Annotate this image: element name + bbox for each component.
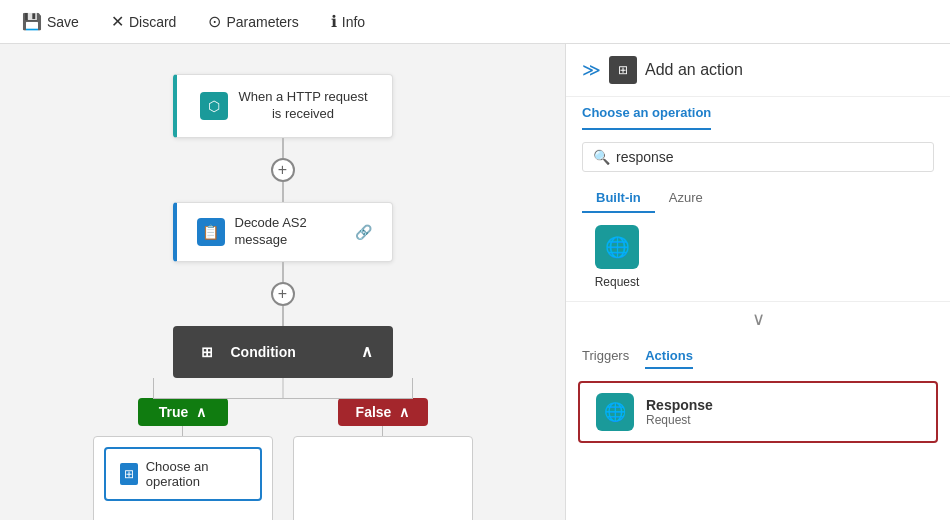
branches-row: True ∧ ⊞ Choose an operation — [93, 398, 473, 520]
condition-node[interactable]: ⊞ Condition ∧ — [173, 326, 393, 378]
decode-link-icon[interactable]: 🔗 — [355, 224, 372, 240]
toolbar: 💾 Save ✕ Discard ⊙ Parameters ℹ Info — [0, 0, 950, 44]
http-node-text: When a HTTP request is received — [238, 89, 367, 123]
info-label: Info — [342, 14, 365, 30]
panel-tab-area: Choose an operation — [566, 97, 950, 130]
filter-tab-azure[interactable]: Azure — [655, 184, 717, 213]
discard-button[interactable]: ✕ Discard — [105, 8, 182, 35]
add-button-1[interactable]: + — [271, 158, 295, 182]
false-branch: False ∧ — [293, 398, 473, 520]
choose-op-text: Choose an operation — [146, 459, 246, 489]
condition-node-text: Condition — [231, 344, 296, 360]
info-button[interactable]: ℹ Info — [325, 8, 371, 35]
save-label: Save — [47, 14, 79, 30]
choose-operation-node[interactable]: ⊞ Choose an operation — [104, 447, 262, 501]
flow-container: ⬡ When a HTTP request is received + 📋 De… — [93, 74, 473, 520]
http-request-node[interactable]: ⬡ When a HTTP request is received — [173, 74, 393, 138]
response-action-sub: Request — [646, 413, 713, 427]
search-input[interactable] — [616, 149, 923, 165]
decode-node[interactable]: 📋 Decode AS2 message 🔗 — [173, 202, 393, 262]
discard-icon: ✕ — [111, 12, 124, 31]
false-branch-header[interactable]: False ∧ — [338, 398, 428, 426]
panel-header: ≫ ⊞ Add an action — [566, 44, 950, 97]
parameters-label: Parameters — [226, 14, 298, 30]
panel-divider[interactable]: ∨ — [566, 301, 950, 336]
false-branch-chevron: ∧ — [399, 404, 409, 420]
parameters-button[interactable]: ⊙ Parameters — [202, 8, 304, 35]
false-branch-body — [293, 436, 473, 520]
discard-label: Discard — [129, 14, 176, 30]
response-action-name: Response — [646, 397, 713, 413]
actions-tab[interactable]: Actions — [645, 344, 693, 369]
filter-tabs: Built-in Azure — [566, 184, 950, 213]
operation-request[interactable]: 🌐 Request — [582, 225, 652, 289]
response-action-icon: 🌐 — [596, 393, 634, 431]
request-op-label: Request — [595, 275, 640, 289]
filter-tab-builtin[interactable]: Built-in — [582, 184, 655, 213]
expand-icon[interactable]: ≫ — [582, 59, 601, 81]
add-button-2[interactable]: + — [271, 282, 295, 306]
true-branch-header[interactable]: True ∧ — [138, 398, 228, 426]
http-node-icon: ⬡ — [200, 92, 228, 120]
search-box: 🔍 — [582, 142, 934, 172]
decode-node-icon: 📋 — [197, 218, 225, 246]
condition-chevron-icon[interactable]: ∧ — [361, 342, 373, 361]
canvas: ⬡ When a HTTP request is received + 📋 De… — [0, 44, 565, 520]
panel-title-text: Add an action — [645, 61, 743, 79]
decode-node-text: Decode AS2 message — [235, 215, 345, 249]
save-icon: 💾 — [22, 12, 42, 31]
response-action-info: Response Request — [646, 397, 713, 427]
choose-op-icon: ⊞ — [120, 463, 138, 485]
parameters-icon: ⊙ — [208, 12, 221, 31]
action-item-response[interactable]: 🌐 Response Request — [578, 381, 938, 443]
connector-1: + — [271, 138, 295, 202]
condition-node-icon: ⊞ — [193, 338, 221, 366]
triggers-tab[interactable]: Triggers — [582, 344, 629, 369]
save-button[interactable]: 💾 Save — [16, 8, 85, 35]
operations-grid: 🌐 Request — [566, 225, 950, 301]
actions-header: Triggers Actions — [566, 336, 950, 377]
true-branch: True ∧ ⊞ Choose an operation — [93, 398, 273, 520]
connector-2: + — [271, 262, 295, 326]
right-panel: ≫ ⊞ Add an action Choose an operation 🔍 … — [565, 44, 950, 520]
true-branch-body: ⊞ Choose an operation — [93, 436, 273, 520]
choose-operation-tab[interactable]: Choose an operation — [582, 97, 711, 130]
main-content: ⬡ When a HTTP request is received + 📋 De… — [0, 44, 950, 520]
true-branch-chevron: ∧ — [196, 404, 206, 420]
search-icon: 🔍 — [593, 149, 610, 165]
panel-title-icon: ⊞ — [609, 56, 637, 84]
info-icon: ℹ — [331, 12, 337, 31]
action-items-list: 🌐 Response Request — [566, 377, 950, 447]
request-op-icon: 🌐 — [595, 225, 639, 269]
